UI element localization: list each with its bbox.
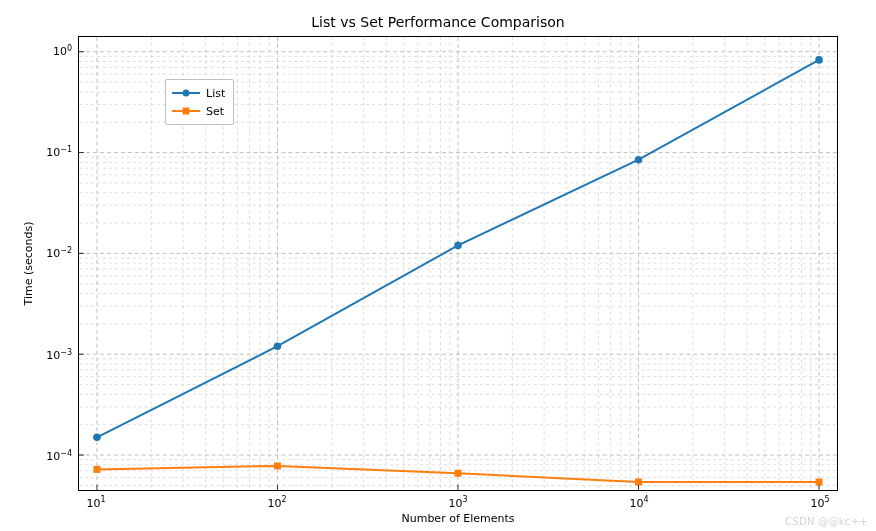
svg-point-83 xyxy=(815,56,823,64)
x-tick: 101 xyxy=(86,495,105,510)
x-tick: 103 xyxy=(448,495,467,510)
y-tick: 10−1 xyxy=(38,145,72,160)
y-tick: 10−3 xyxy=(38,347,72,362)
y-tick: 100 xyxy=(38,43,72,58)
svg-rect-84 xyxy=(93,466,100,473)
svg-point-100 xyxy=(183,90,190,97)
x-tick: 105 xyxy=(810,495,829,510)
legend: List Set xyxy=(165,79,234,125)
y-tick: 10−2 xyxy=(38,246,72,261)
legend-item-set: Set xyxy=(172,102,225,120)
x-axis-label: Number of Elements xyxy=(78,512,838,525)
plot-area: List Set xyxy=(78,36,838,491)
x-tick: 102 xyxy=(267,495,286,510)
legend-label-list: List xyxy=(206,87,225,100)
y-axis-label: Time (seconds) xyxy=(22,36,35,491)
legend-swatch-list xyxy=(172,86,200,100)
legend-swatch-set xyxy=(172,104,200,118)
chart-title: List vs Set Performance Comparison xyxy=(0,14,876,30)
chart-canvas: List vs Set Performance Comparison List xyxy=(0,0,876,531)
svg-point-80 xyxy=(274,342,282,350)
y-tick: 10−4 xyxy=(38,449,72,464)
svg-point-81 xyxy=(454,242,462,250)
svg-point-82 xyxy=(635,156,643,164)
svg-point-79 xyxy=(93,433,101,441)
legend-label-set: Set xyxy=(206,105,224,118)
svg-rect-88 xyxy=(816,479,823,486)
svg-rect-85 xyxy=(274,462,281,469)
svg-rect-87 xyxy=(635,479,642,486)
svg-rect-102 xyxy=(183,108,190,115)
svg-rect-86 xyxy=(455,470,462,477)
watermark: CSDN @@kc++ xyxy=(785,516,868,527)
legend-item-list: List xyxy=(172,84,225,102)
x-tick: 104 xyxy=(629,495,648,510)
